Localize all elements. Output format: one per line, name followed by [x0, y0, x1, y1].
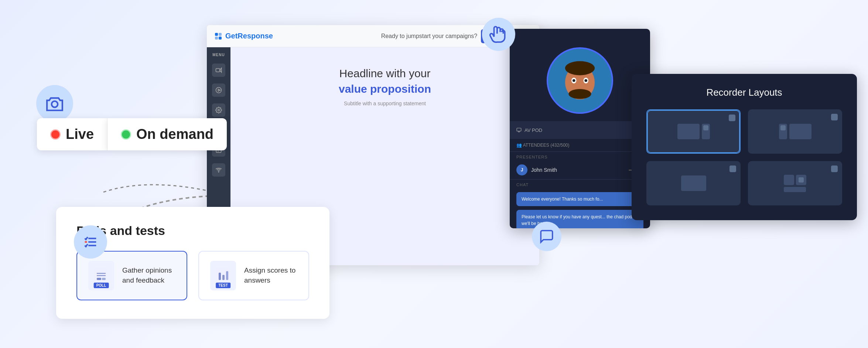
presenter-name: John Smith: [531, 167, 557, 173]
logo-icon: [214, 32, 222, 40]
chat-messages: Welcome everyone! Thanks so much fo... P…: [510, 188, 650, 228]
svg-rect-31: [226, 271, 228, 280]
sidebar-icon-settings[interactable]: [212, 103, 225, 117]
recorder-layout-cell-1[interactable]: [646, 109, 741, 154]
polls-options: POLL Gather opinions and feedback TEST A…: [76, 251, 309, 300]
svg-rect-6: [219, 33, 222, 36]
chat-icon: [539, 229, 554, 244]
svg-rect-9: [216, 69, 220, 72]
svg-marker-10: [220, 68, 222, 72]
layout-camera-dot-4: [831, 166, 838, 172]
camera-bubble: [36, 85, 73, 122]
layout-thin-box-2: [779, 124, 787, 139]
q2: [796, 175, 806, 185]
svg-point-13: [218, 109, 220, 111]
attendees-icon: 👥: [516, 143, 522, 148]
play-icon: [215, 87, 222, 93]
chat-bubble-1: Welcome everyone! Thanks so much fo...: [516, 192, 643, 206]
svg-rect-27: [102, 278, 106, 280]
svg-rect-42: [517, 128, 521, 131]
sidebar-menu-label: MENU: [212, 53, 225, 57]
layout-icon-3: [681, 175, 706, 191]
sidebar-icon-play[interactable]: [212, 83, 225, 97]
banner-text: Ready to jumpstart your campaigns?: [381, 33, 478, 40]
recorder-layout-cell-4[interactable]: [748, 161, 842, 205]
live-badge[interactable]: Live: [37, 118, 107, 150]
presenter-face-svg: [548, 47, 612, 114]
av-pod-label: AV POD: [524, 127, 542, 133]
live-label: Live: [66, 126, 94, 142]
layout-camera-dot-1: [729, 115, 735, 121]
cam-mini-2: [780, 125, 786, 130]
q1: [784, 175, 794, 185]
av-attendees: 👥 ATTENDEES (432/500): [510, 139, 650, 152]
chat-label: CHAT: [510, 179, 650, 188]
hero-title-line1: Headline with your: [339, 67, 431, 79]
av-icon: [516, 127, 522, 133]
svg-rect-23: [94, 268, 107, 284]
test-option[interactable]: TEST Assign scores to answers: [198, 251, 309, 300]
poll-icon-wrap: POLL: [88, 261, 114, 290]
hero-title-line2: value proposition: [339, 83, 431, 95]
polls-card: Polls and tests POLL Gather opinions and…: [56, 207, 329, 319]
badge-container: Live On demand: [37, 118, 227, 150]
polls-card-title: Polls and tests: [76, 224, 309, 238]
settings-icon: [215, 107, 222, 113]
q-bottom: [784, 187, 806, 192]
ondemand-badge[interactable]: On demand: [107, 118, 227, 150]
recorder-layout-cell-2[interactable]: [748, 109, 842, 154]
svg-point-18: [218, 172, 219, 173]
checklist-icon: [82, 233, 99, 250]
poll-badge-label: POLL: [94, 283, 109, 288]
svg-point-40: [573, 79, 575, 82]
ondemand-label: On demand: [136, 126, 213, 142]
svg-point-41: [584, 79, 587, 82]
camera-icon: [45, 94, 64, 113]
presenter-avatar-small: J: [516, 164, 527, 175]
recorder-panel: Recorder Layouts: [632, 74, 857, 220]
sidebar-icon-wifi[interactable]: [212, 163, 225, 177]
cam-q2: [799, 177, 804, 182]
svg-rect-29: [219, 273, 221, 280]
poll-option-text: Gather opinions and feedback: [122, 266, 175, 285]
hand-icon: [489, 25, 508, 44]
test-badge-label: TEST: [216, 283, 230, 288]
layout-camera-dot-2: [831, 114, 838, 120]
live-dot: [50, 129, 61, 140]
chat-notification-bubble[interactable]: [532, 222, 561, 251]
browser-logo: GetResponse: [214, 32, 273, 40]
layout-dual-icon: [677, 124, 710, 139]
av-pod-header: AV POD 25: [510, 121, 650, 139]
layout-alt-icon: [779, 124, 811, 139]
svg-rect-5: [215, 33, 218, 36]
layout-quad: [784, 175, 806, 192]
video-icon: [215, 67, 222, 74]
layout-thin-box: [702, 124, 710, 139]
checklist-bubble: [74, 225, 107, 259]
svg-point-36: [565, 61, 595, 75]
main-wrapper: Live On demand GetResponse Ready to jump…: [0, 0, 868, 348]
svg-rect-30: [222, 275, 225, 280]
svg-rect-7: [215, 37, 218, 40]
recorder-grid: [646, 109, 842, 205]
svg-rect-8: [219, 37, 222, 40]
layout-camera-dot-3: [729, 166, 736, 172]
touch-bubble: [482, 18, 515, 51]
recorder-panel-title: Recorder Layouts: [646, 87, 842, 98]
presenter-row: J John Smith: [510, 161, 650, 179]
hero-title: Headline with your value proposition: [253, 66, 517, 97]
recorder-layout-cell-3[interactable]: [646, 161, 741, 205]
svg-marker-12: [218, 89, 221, 91]
layout-wide-box-2: [789, 124, 811, 139]
layout-icon-4: [784, 175, 806, 192]
sidebar-icon-video[interactable]: [212, 64, 225, 77]
hero-subtitle: Subtitle with a supporting statement: [253, 100, 517, 106]
presenters-label: PRESENTERS: [510, 152, 650, 161]
logo-text: GetResponse: [225, 32, 273, 40]
layout-wide-box: [677, 124, 700, 139]
svg-point-37: [568, 89, 591, 99]
attendees-text: ATTENDEES (432/500): [523, 143, 570, 148]
test-icon-wrap: TEST: [210, 261, 236, 290]
av-pod-panel: AV POD 25 👥 ATTENDEES (432/500) PRESENTE…: [510, 29, 650, 228]
svg-rect-26: [97, 278, 101, 280]
